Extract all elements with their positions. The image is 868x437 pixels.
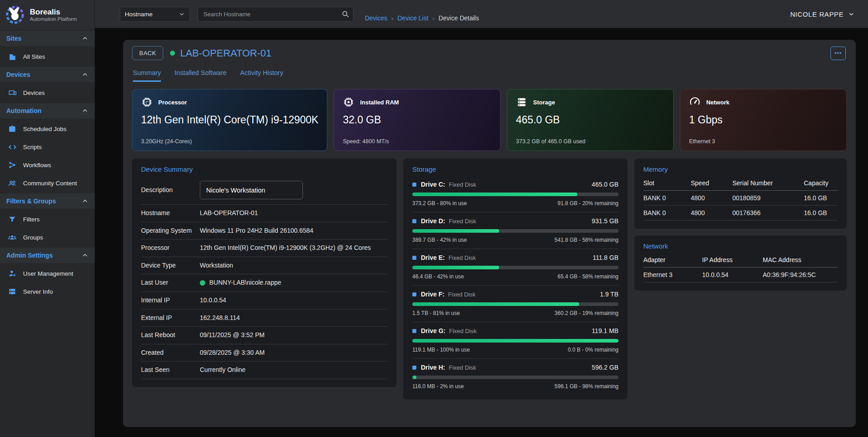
breadcrumb-device-list[interactable]: Device List xyxy=(397,14,428,22)
card-value: 12th Gen Intel(R) Core(TM) i9-12900K xyxy=(141,114,318,126)
breadcrumb-separator: › xyxy=(392,15,393,22)
sidebar-item-groups[interactable]: Groups xyxy=(0,228,94,246)
cell-mac: A0:36:9F:94:26:5C xyxy=(763,271,838,278)
drive-size: 465.0 GB xyxy=(592,181,618,188)
row-value: 12th Gen Intel(R) Core(TM) i9-12900K (3.… xyxy=(200,244,371,253)
sidebar-item-label: Server Info xyxy=(23,288,53,295)
column-header: Adapter xyxy=(643,256,702,263)
drive-item: Drive G: Fixed Disk 119.1 MB 119.1 MB - … xyxy=(412,322,618,359)
summary-row: Processor 12th Gen Intel(R) Core(TM) i9-… xyxy=(141,240,387,257)
card-detail: 3.20GHz (24-Cores) xyxy=(141,138,318,145)
summary-row: Device Type Workstation xyxy=(141,257,387,275)
storage-panel: Storage Drive C: Fixed Disk 465.0 GB xyxy=(403,159,627,399)
card-value: 32.0 GB xyxy=(343,114,491,126)
tab-installed-software[interactable]: Installed Software xyxy=(175,69,226,82)
drive-usage-fill xyxy=(412,193,577,196)
sidebar-item-scripts[interactable]: Scripts xyxy=(0,138,94,156)
cell-speed: 4800 xyxy=(691,194,732,202)
sidebar-item-all-sites[interactable]: All Sites xyxy=(0,47,94,66)
panel-title: Network xyxy=(643,242,838,250)
card-detail: 373.2 GB of 465.0 GB used xyxy=(516,138,665,145)
drive-type: Fixed Disk xyxy=(449,218,476,225)
tab-activity-history[interactable]: Activity History xyxy=(240,69,283,82)
building-icon xyxy=(8,52,17,61)
search-icon[interactable] xyxy=(341,10,349,18)
breadcrumb-devices[interactable]: Devices xyxy=(365,14,387,22)
cell-capacity: 16.0 GB xyxy=(804,209,838,216)
summary-row: External IP 162.248.8.114 xyxy=(141,310,387,327)
drive-used-text: 46.4 GB - 42% in use xyxy=(412,273,464,280)
column-header: Capacity xyxy=(804,179,838,187)
page-header: BACK LAB-OPERATOR-01 ••• xyxy=(132,46,847,60)
sidebar-item-workflows[interactable]: Workflows xyxy=(0,156,94,174)
drive-name: Drive F: xyxy=(421,291,444,298)
sidebar-item-label: Scheduled Jobs xyxy=(23,126,66,132)
summary-row: Last User BUNNY-LAB\nicole.rappe xyxy=(141,274,387,292)
panel-title: Device Summary xyxy=(141,165,387,173)
row-label: Last Reboot xyxy=(141,331,200,339)
sidebar-item-server-info[interactable]: Server Info xyxy=(0,282,94,301)
cell-speed: 4800 xyxy=(691,209,732,216)
summary-row: Operating System Windows 11 Pro 24H2 Bui… xyxy=(141,222,387,240)
section-title: Filters & Groups xyxy=(6,197,56,205)
sidebar-item-devices[interactable]: Devices xyxy=(0,84,94,102)
drive-bullet-icon xyxy=(412,366,416,370)
back-button[interactable]: BACK xyxy=(132,46,163,60)
drive-usage-fill xyxy=(412,229,499,233)
description-input[interactable] xyxy=(200,181,303,199)
table-row: Ethernet 3 10.0.0.54 A0:36:9F:94:26:5C xyxy=(643,268,838,282)
row-label: Last User xyxy=(141,279,200,287)
speed-gauge-icon xyxy=(689,96,701,108)
drive-usage-fill xyxy=(412,302,579,306)
drive-size: 1.9 TB xyxy=(600,291,618,298)
drive-used-text: 373.2 GB - 80% in use xyxy=(412,200,467,207)
section-title: Sites xyxy=(6,35,21,42)
sidebar-section-devices[interactable]: Devices xyxy=(0,67,94,82)
sidebar-section-automation[interactable]: Automation xyxy=(0,103,94,118)
device-summary-rows: Hostname LAB-OPERATOR-01 Operating Syste… xyxy=(141,205,387,379)
hostname-filter-select[interactable]: Hostname xyxy=(120,7,190,22)
drive-remaining-text: 360.2 GB - 19% remaining xyxy=(555,310,618,316)
drive-size: 119.1 MB xyxy=(592,327,618,334)
user-name: NICOLE RAPPE xyxy=(790,10,844,18)
chevron-up-icon xyxy=(82,108,88,114)
drive-list: Drive C: Fixed Disk 465.0 GB 373.2 GB - … xyxy=(412,176,618,391)
sidebar-item-user-management[interactable]: User Management xyxy=(0,264,94,282)
code-icon xyxy=(8,142,17,151)
row-value: 09/11/2025 @ 3:52 PM xyxy=(200,331,264,340)
hostname-filter-value: Hostname xyxy=(125,11,153,18)
row-label: External IP xyxy=(141,314,200,322)
sidebar-section-filters-groups[interactable]: Filters & Groups xyxy=(0,193,94,209)
memory-chip-icon xyxy=(343,96,354,108)
row-label: Internal IP xyxy=(141,296,200,305)
drive-item: Drive C: Fixed Disk 465.0 GB 373.2 GB - … xyxy=(412,176,618,212)
drive-bullet-icon xyxy=(412,256,416,260)
drive-usage-bar xyxy=(412,376,618,379)
more-options-button[interactable]: ••• xyxy=(830,47,846,60)
memory-panel: Memory Slot Speed Serial Number Capacity xyxy=(634,159,847,229)
tab-summary[interactable]: Summary xyxy=(133,69,161,82)
detail-panels: Device Summary Description Hostname xyxy=(132,159,847,399)
user-menu[interactable]: NICOLE RAPPE xyxy=(790,10,854,18)
sidebar-section-admin-settings[interactable]: Admin Settings xyxy=(0,248,94,263)
drive-usage-fill xyxy=(412,339,618,343)
sidebar-item-filters[interactable]: Filters xyxy=(0,210,94,228)
sidebar-section-sites[interactable]: Sites xyxy=(0,31,94,46)
drive-remaining-text: 0.0 B - 0% remaining xyxy=(568,347,618,353)
groups-icon xyxy=(8,233,17,242)
row-value: Windows 11 Pro 24H2 Build 26100.6584 xyxy=(200,226,313,235)
chevron-up-icon xyxy=(82,252,88,258)
stat-cards: Processor 12th Gen Intel(R) Core(TM) i9-… xyxy=(132,89,847,151)
cpu-icon xyxy=(141,96,153,108)
row-label: Processor xyxy=(141,244,200,252)
processor-card: Processor 12th Gen Intel(R) Core(TM) i9-… xyxy=(132,89,327,151)
topbar: Hostname Devices › Device List › Device … xyxy=(95,0,868,28)
chevron-down-icon xyxy=(179,11,185,17)
drive-type: Fixed Disk xyxy=(448,291,476,298)
sidebar-item-scheduled-jobs[interactable]: Scheduled Jobs xyxy=(0,120,94,138)
search-input[interactable] xyxy=(198,7,354,22)
sidebar-item-community-content[interactable]: Community Content xyxy=(0,174,94,192)
table-row: BANK 0 4800 00180859 16.0 GB xyxy=(643,191,838,206)
table-row: BANK 0 4800 00176366 16.0 GB xyxy=(643,206,838,221)
network-card: Network 1 Gbps Ethernet 3 xyxy=(680,89,847,151)
